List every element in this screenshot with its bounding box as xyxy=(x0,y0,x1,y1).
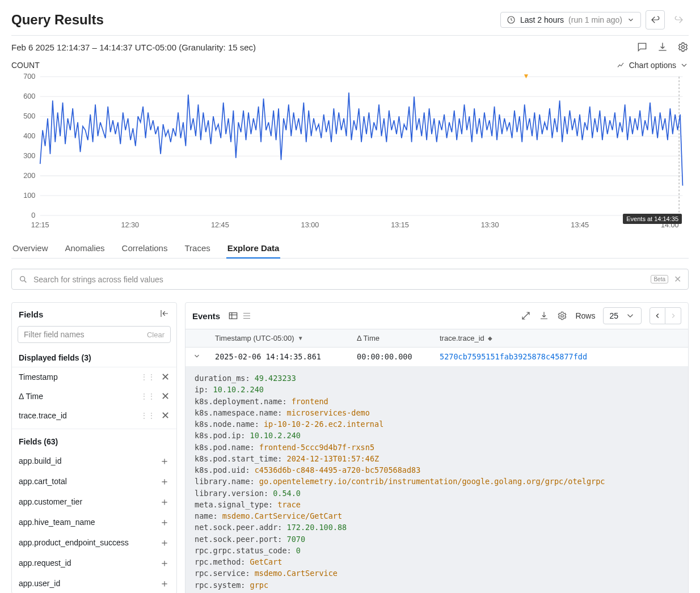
prev-page-button[interactable] xyxy=(650,307,665,324)
svg-text:13:00: 13:00 xyxy=(301,221,319,229)
list-view-icon[interactable] xyxy=(242,311,252,321)
event-row[interactable]: 2025-02-06 14:14:35.861 00:00:00.000 527… xyxy=(185,348,688,367)
add-field-button[interactable]: ＋ xyxy=(159,454,170,468)
svg-text:300: 300 xyxy=(23,152,35,160)
field-row[interactable]: app.request_id ＋ xyxy=(12,553,176,573)
svg-text:400: 400 xyxy=(23,132,35,140)
tab-traces[interactable]: Traces xyxy=(183,239,211,258)
download-icon[interactable] xyxy=(539,311,549,321)
time-range-sub: (run 1 min ago) xyxy=(568,15,622,24)
field-search-bar[interactable]: Beta ✕ xyxy=(11,269,689,290)
svg-text:13:30: 13:30 xyxy=(481,221,499,229)
time-range-label: Last 2 hours xyxy=(520,15,564,24)
tab-overview[interactable]: Overview xyxy=(11,239,49,258)
collapse-panel-button[interactable] xyxy=(159,308,170,320)
chevron-right-icon xyxy=(669,312,677,320)
all-fields-title: Fields (63) xyxy=(12,433,176,451)
table-view-icon[interactable] xyxy=(228,311,238,321)
time-range-text: Feb 6 2025 12:14:37 – 14:14:37 UTC-05:00… xyxy=(11,43,256,52)
field-filter-input[interactable] xyxy=(24,330,147,339)
comment-icon[interactable] xyxy=(636,41,648,53)
displayed-field-row[interactable]: Timestamp ⋮⋮ ✕ xyxy=(12,367,176,387)
arrow-right-icon xyxy=(674,15,684,25)
field-row[interactable]: app.hive_team_name ＋ xyxy=(12,512,176,532)
beta-badge: Beta xyxy=(651,275,668,283)
clock-icon xyxy=(507,15,516,24)
field-name: app.cart_total xyxy=(19,477,67,486)
chart-options-button[interactable]: Chart options xyxy=(617,61,689,70)
remove-field-button[interactable]: ✕ xyxy=(161,390,170,403)
displayed-field-row[interactable]: trace.trace_id ⋮⋮ ✕ xyxy=(12,406,176,425)
remove-field-button[interactable]: ✕ xyxy=(161,409,170,422)
chart-marker: ▼ xyxy=(522,72,529,80)
field-row[interactable]: app.customer_tier ＋ xyxy=(12,492,176,512)
download-icon[interactable] xyxy=(657,41,668,53)
event-delta: 00:00:00.000 xyxy=(350,348,433,366)
divider xyxy=(11,35,689,36)
arrow-left-icon xyxy=(650,15,660,25)
collapse-left-icon xyxy=(159,308,170,319)
next-page-button[interactable] xyxy=(665,307,681,324)
undo-button[interactable] xyxy=(646,10,665,29)
page-title: Query Results xyxy=(11,12,104,28)
col-trace-id[interactable]: trace.trace_id ◆ xyxy=(433,329,688,347)
svg-text:500: 500 xyxy=(23,112,35,120)
displayed-fields-title: Displayed fields (3) xyxy=(12,349,176,367)
field-filter-clear[interactable]: Clear xyxy=(147,331,165,339)
field-row[interactable]: app.build_id ＋ xyxy=(12,451,176,471)
close-icon[interactable]: ✕ xyxy=(674,274,681,285)
redo-button[interactable] xyxy=(669,10,689,29)
col-timestamp[interactable]: Timestamp (UTC-05:00) ▼ xyxy=(208,329,350,347)
drag-handle-icon[interactable]: ⋮⋮ xyxy=(141,392,155,400)
add-field-button[interactable]: ＋ xyxy=(159,577,170,590)
count-chart[interactable]: 010020030040050060070012:1512:3012:4513:… xyxy=(11,72,689,231)
chart-tooltip: Events at 14:14:35 xyxy=(623,214,682,224)
field-name: Δ Time xyxy=(19,392,43,401)
tab-anomalies[interactable]: Anomalies xyxy=(64,239,106,258)
drag-handle-icon[interactable]: ⋮⋮ xyxy=(141,412,155,420)
svg-text:700: 700 xyxy=(23,73,35,81)
field-row[interactable]: app.user_id ＋ xyxy=(12,573,176,593)
rows-select[interactable]: 25 xyxy=(603,307,642,324)
event-detail: duration_ms: 49.423233ip: 10.10.2.240k8s… xyxy=(185,367,688,593)
field-name: app.hive_team_name xyxy=(19,518,95,527)
svg-text:12:45: 12:45 xyxy=(211,221,229,229)
svg-rect-28 xyxy=(229,313,237,319)
field-name: app.build_id xyxy=(19,456,62,465)
displayed-field-row[interactable]: Δ Time ⋮⋮ ✕ xyxy=(12,387,176,406)
expand-icon[interactable] xyxy=(521,311,531,321)
chart-title: COUNT xyxy=(11,61,40,70)
gear-icon[interactable] xyxy=(677,41,689,53)
add-field-button[interactable]: ＋ xyxy=(159,475,170,488)
time-range-picker[interactable]: Last 2 hours (run 1 min ago) xyxy=(500,12,641,28)
field-row[interactable]: app.product_endpoint_success ＋ xyxy=(12,532,176,553)
divider xyxy=(12,429,176,429)
search-icon xyxy=(19,275,28,284)
chevron-down-icon xyxy=(625,311,635,321)
col-delta-time[interactable]: Δ Time xyxy=(350,329,433,347)
add-field-button[interactable]: ＋ xyxy=(159,536,170,549)
svg-text:13:15: 13:15 xyxy=(391,221,409,229)
svg-text:100: 100 xyxy=(23,192,35,200)
remove-field-button[interactable]: ✕ xyxy=(161,371,170,383)
fields-panel: Fields Clear Displayed fields (3) Timest… xyxy=(11,302,177,593)
tab-explore-data[interactable]: Explore Data xyxy=(226,239,281,259)
add-field-button[interactable]: ＋ xyxy=(159,556,170,570)
fields-title: Fields xyxy=(19,310,43,319)
field-filter-input-wrap[interactable]: Clear xyxy=(18,326,171,343)
svg-text:12:15: 12:15 xyxy=(31,221,49,229)
field-name: app.request_id xyxy=(19,558,71,567)
svg-text:13:45: 13:45 xyxy=(571,221,589,229)
tab-correlations[interactable]: Correlations xyxy=(121,239,169,258)
expand-row-button[interactable] xyxy=(185,348,208,366)
svg-text:200: 200 xyxy=(23,172,35,180)
field-name: app.product_endpoint_success xyxy=(19,538,129,547)
field-search-input[interactable] xyxy=(33,275,645,284)
drag-handle-icon[interactable]: ⋮⋮ xyxy=(141,373,155,381)
chevron-down-icon xyxy=(680,61,689,70)
add-field-button[interactable]: ＋ xyxy=(159,515,170,529)
field-row[interactable]: app.cart_total ＋ xyxy=(12,471,176,492)
add-field-button[interactable]: ＋ xyxy=(159,495,170,509)
event-trace-link[interactable]: 5270cb7595151fab3925878c45877fdd xyxy=(433,348,688,366)
gear-icon[interactable] xyxy=(557,311,567,321)
